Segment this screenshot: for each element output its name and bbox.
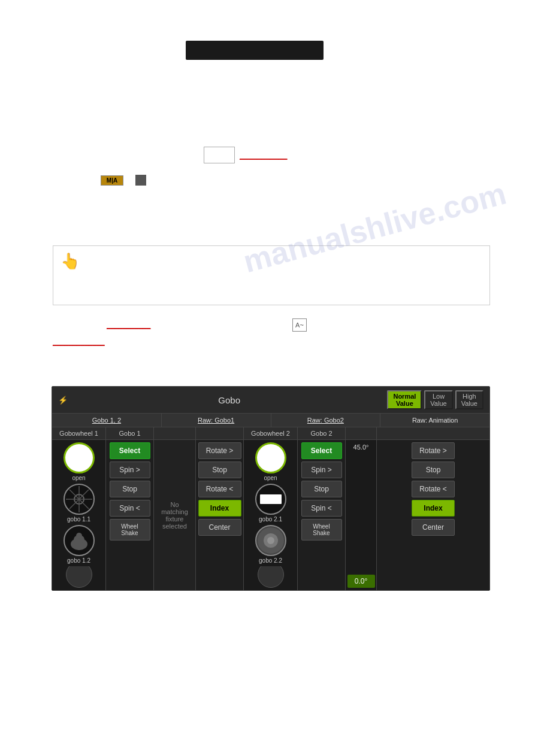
- gobo1-rotate-right-btn[interactable]: Rotate >: [198, 442, 241, 459]
- gobo-22-img: [255, 525, 286, 556]
- number-input[interactable]: [204, 147, 235, 163]
- gobo-main-content: open gobo 1.1: [52, 440, 489, 590]
- col-angle: 45.0° 0.0°: [346, 440, 377, 590]
- section-angle: [346, 427, 377, 439]
- gobo-subheader: Gobo 1, 2 Raw: Gobo1 Raw: Gobo2 Raw: Ani…: [52, 414, 489, 427]
- section-gobowheel1: Gobowheel 1: [52, 427, 106, 439]
- gobo1-center-btn[interactable]: Center: [198, 519, 241, 536]
- gobo2-center-btn[interactable]: Center: [412, 519, 455, 536]
- section-gobo1: Gobo 1: [106, 427, 154, 439]
- gobo-21-img: [255, 484, 286, 515]
- gobo1-spin-left-btn[interactable]: Spin <: [110, 500, 150, 517]
- gobo1-select-btn[interactable]: Select: [110, 442, 150, 459]
- gobo2-select-btn[interactable]: Select: [301, 442, 342, 459]
- subheader-raw-gobo2[interactable]: Raw: Gobo2: [271, 414, 381, 427]
- col-no-match: No matching fixture selected: [154, 440, 196, 590]
- gobo2-rotate-stop-btn[interactable]: Stop: [412, 462, 455, 478]
- touch-hint-box: 👆: [53, 245, 490, 305]
- gobo1-wheel-shake-btn[interactable]: Wheel Shake: [110, 519, 150, 541]
- gobo1-spin-right-btn[interactable]: Spin >: [110, 462, 150, 478]
- col-gobo2-buttons: Select Spin > Stop Spin < Wheel Shake: [298, 440, 346, 590]
- gobo1-rotate-stop-btn[interactable]: Stop: [198, 462, 241, 478]
- angle-green-display: 0.0°: [347, 575, 375, 588]
- gobo-open2-label: open: [264, 475, 277, 481]
- gobo-open2-img: [255, 442, 286, 473]
- subheader-raw-gobo1[interactable]: Raw: Gobo1: [162, 414, 271, 427]
- gobo2-spin-right-btn[interactable]: Spin >: [301, 462, 342, 478]
- col-rotate1: Rotate > Stop Rotate < Index Center: [196, 440, 244, 590]
- gobo2-rotate-left-btn[interactable]: Rotate <: [412, 481, 455, 497]
- gobo-12-img: [64, 525, 95, 556]
- gobo-item-partial1[interactable]: [64, 566, 95, 588]
- link-text-2[interactable]: _____________: [53, 338, 105, 346]
- section-gobowheel2: Gobowheel 2: [244, 427, 298, 439]
- top-bar: [186, 41, 324, 60]
- svg-rect-10: [78, 544, 80, 550]
- header-icon: ⚡: [58, 396, 68, 405]
- normal-value-btn[interactable]: NormalValue: [387, 390, 422, 409]
- gobo-22-label: gobo 2.2: [259, 557, 282, 564]
- gobo-sections: Gobowheel 1 Gobo 1 Gobowheel 2 Gobo 2: [52, 427, 489, 440]
- gobo-item-open2[interactable]: open: [255, 442, 286, 481]
- gobo-panel: ⚡ Gobo NormalValue LowValue HighValue Go…: [52, 386, 490, 591]
- gobo1-stop-btn[interactable]: Stop: [110, 481, 150, 497]
- svg-point-13: [267, 537, 274, 544]
- gobo2-rotate-right-btn[interactable]: Rotate >: [412, 442, 455, 459]
- gobo2-index-btn[interactable]: Index: [412, 500, 455, 517]
- link-icon[interactable]: A~: [292, 318, 307, 332]
- col-gobowheel2: open gobo 2.1 gobo 2.2: [244, 440, 298, 590]
- gobo-open1-img: [64, 442, 95, 473]
- ma-badge: M|A: [101, 175, 123, 186]
- subheader-gobo12[interactable]: Gobo 1, 2: [52, 414, 162, 427]
- section-gobo2: Gobo 2: [298, 427, 346, 439]
- gobo-item-22[interactable]: gobo 2.2: [255, 525, 286, 564]
- col-gobo1-buttons: Select Spin > Stop Spin < Wheel Shake: [106, 440, 154, 590]
- gobo1-rotate-left-btn[interactable]: Rotate <: [198, 481, 241, 497]
- gobo-open1-label: open: [72, 475, 85, 481]
- gobo-item-11[interactable]: gobo 1.1: [64, 484, 95, 523]
- angle-value: 45.0°: [353, 442, 369, 452]
- gobo-12-label: gobo 1.2: [67, 557, 90, 564]
- col-gobowheel1: open gobo 1.1: [52, 440, 106, 590]
- section-rotate1: [196, 427, 244, 439]
- section-nomatch: [154, 427, 196, 439]
- gobo-11-img: [64, 484, 95, 515]
- no-match-text: No matching fixture selected: [156, 501, 193, 530]
- gobo2-spin-left-btn[interactable]: Spin <: [301, 500, 342, 517]
- link-input[interactable]: ___________: [240, 151, 288, 160]
- col-rotate2: Rotate > Stop Rotate < Index Center: [377, 440, 489, 590]
- icon-row: M|A: [101, 175, 146, 186]
- value-buttons: NormalValue LowValue HighValue: [387, 390, 483, 409]
- gobo-21-label: gobo 2.1: [259, 516, 282, 523]
- gobo-item-12[interactable]: gobo 1.2: [64, 525, 95, 564]
- gobo2-stop-spin-btn[interactable]: Stop: [301, 481, 342, 497]
- svg-point-9: [76, 533, 82, 539]
- low-value-btn[interactable]: LowValue: [424, 390, 452, 409]
- high-value-btn[interactable]: HighValue: [455, 390, 483, 409]
- subheader-raw-anim[interactable]: Raw: Animation: [380, 414, 489, 427]
- gobo-11-label: gobo 1.1: [67, 516, 90, 523]
- small-square-icon: [135, 175, 146, 186]
- gobo-item-open1[interactable]: open: [64, 442, 95, 481]
- gobo-title: Gobo: [71, 395, 387, 405]
- section-rotate2: [377, 427, 489, 439]
- gobo1-index-btn[interactable]: Index: [198, 500, 241, 517]
- gobo-item-21[interactable]: gobo 2.1: [255, 484, 286, 523]
- gobo-panel-header: ⚡ Gobo NormalValue LowValue HighValue: [52, 387, 489, 414]
- input-row: ___________: [204, 147, 288, 163]
- touch-icon: 👆: [61, 252, 80, 271]
- gobo-item-partial2[interactable]: [255, 566, 286, 588]
- link-text-1[interactable]: ___________: [107, 321, 150, 329]
- gobo2-wheel-shake-btn[interactable]: Wheel Shake: [301, 519, 342, 541]
